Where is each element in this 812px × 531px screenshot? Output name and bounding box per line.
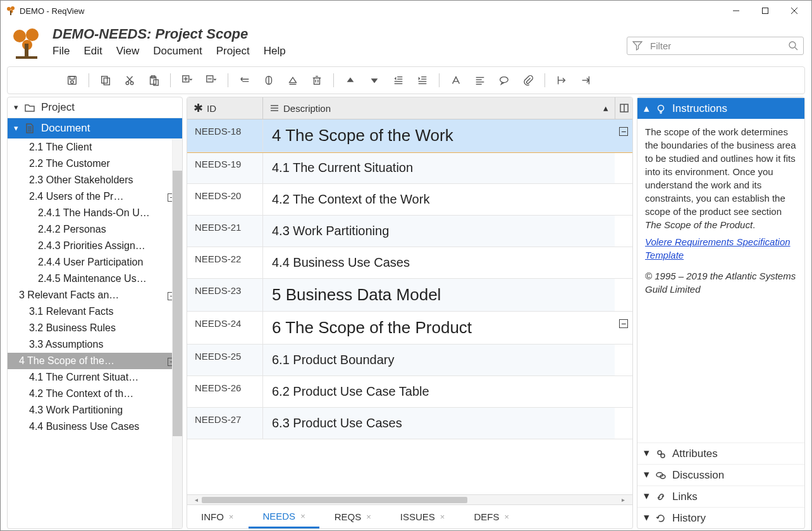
grid-row[interactable]: NEEDS-266.2 Product Use Case Table	[187, 376, 632, 408]
demote-button[interactable]	[257, 71, 280, 90]
column-description[interactable]: Description ▴	[263, 97, 615, 119]
grid-header: ✱ ID Description ▴	[187, 97, 632, 119]
tree-item[interactable]: 4 The Scope of the…−	[8, 353, 182, 369]
grid-row[interactable]: NEEDS-184 The Scope of the Work−	[187, 119, 632, 152]
tab-issues[interactable]: ISSUES×	[386, 505, 459, 528]
instructions-header[interactable]: ▴ Instructions	[637, 97, 804, 119]
cut-button[interactable]	[118, 71, 141, 90]
add-dropdown-button[interactable]	[176, 71, 199, 90]
collapse-box-icon[interactable]: −	[619, 127, 628, 136]
collapse-box-icon[interactable]: −	[619, 319, 628, 328]
tree-item[interactable]: 2.4.2 Personas	[8, 221, 182, 238]
tree-item[interactable]: 2.1 The Client	[8, 139, 182, 156]
link-out-button[interactable]	[550, 71, 573, 90]
paste-button[interactable]	[142, 71, 165, 90]
tab-info[interactable]: INFO×	[187, 505, 247, 528]
description-cell: 4.1 The Current Situation	[263, 152, 615, 183]
menu-file[interactable]: File	[52, 45, 70, 58]
maximize-button[interactable]	[751, 1, 780, 21]
outdent-button[interactable]	[387, 71, 410, 90]
grid-row[interactable]: NEEDS-246 The Scope of the Product−	[187, 312, 632, 345]
tree-item[interactable]: 3 Relevant Facts an…−	[8, 287, 182, 303]
close-icon[interactable]: ×	[440, 512, 445, 522]
link-in-button[interactable]	[574, 71, 597, 90]
sort-up-icon[interactable]: ▴	[603, 102, 608, 114]
description-cell: 4.3 Work Partitioning	[263, 216, 615, 247]
close-button[interactable]	[780, 1, 809, 21]
tree-item[interactable]: 2.2 The Customer	[8, 156, 182, 172]
close-icon[interactable]: ×	[229, 512, 234, 522]
grid-row[interactable]: NEEDS-224.4 Business Use Cases	[187, 247, 632, 279]
menu-help[interactable]: Help	[264, 45, 286, 58]
menu-edit[interactable]: Edit	[83, 45, 102, 58]
menu-document[interactable]: Document	[153, 45, 202, 58]
svg-point-8	[13, 30, 26, 42]
tree-item[interactable]: 4.3 Work Partitioning	[8, 402, 182, 418]
expand-cell	[615, 345, 632, 375]
tree-item[interactable]: 4.4 Business Use Cases	[8, 418, 182, 435]
tab-reqs[interactable]: REQS×	[321, 505, 385, 528]
tree-item[interactable]: 4.2 The Context of th…	[8, 386, 182, 402]
tree-item[interactable]: 3.2 Business Rules	[8, 320, 182, 336]
grid-row[interactable]: NEEDS-214.3 Work Partitioning	[187, 216, 632, 247]
expand-cell	[615, 216, 632, 247]
copyright-text: © 1995 – 2019 the Atlantic Systems Guild…	[645, 269, 797, 296]
discussion-header[interactable]: ▾ Discussion	[637, 464, 804, 485]
attachment-button[interactable]	[517, 71, 539, 90]
tab-needs[interactable]: NEEDS×	[249, 505, 319, 528]
grid-row[interactable]: NEEDS-256.1 Product Boundary	[187, 345, 632, 376]
grid-body[interactable]: NEEDS-184 The Scope of the Work−NEEDS-19…	[187, 119, 632, 494]
indent-button[interactable]	[411, 71, 434, 90]
align-button[interactable]	[469, 71, 491, 90]
links-header[interactable]: ▾ Links	[637, 485, 804, 507]
comment-button[interactable]	[493, 71, 515, 90]
minimize-button[interactable]	[722, 1, 751, 21]
attributes-header[interactable]: ▾ Attributes	[637, 442, 804, 464]
grid-row[interactable]: NEEDS-194.1 The Current Situation	[187, 152, 632, 184]
tree-item[interactable]: 3.1 Relevant Facts	[8, 303, 182, 320]
window-title: DEMO - ReqView	[20, 6, 84, 16]
menu-project[interactable]: Project	[216, 45, 250, 58]
move-down-button[interactable]	[363, 71, 386, 90]
close-icon[interactable]: ×	[366, 512, 371, 522]
grid-horizontal-scrollbar[interactable]: ◂ ▸	[187, 494, 632, 504]
filter-box[interactable]	[627, 37, 804, 55]
tree-scrollbar[interactable]	[172, 139, 182, 528]
save-button[interactable]	[61, 71, 83, 90]
grid-row[interactable]: NEEDS-235 Business Data Model	[187, 279, 632, 312]
asterisk-icon: ✱	[194, 101, 203, 115]
tree-item[interactable]: 2.4.5 Maintenance Us…	[8, 271, 182, 287]
remove-dropdown-button[interactable]	[200, 71, 223, 90]
tree-item[interactable]: 2.4.1 The Hands-On U…	[8, 205, 182, 221]
project-label: Project	[41, 101, 75, 114]
tab-defs[interactable]: DEFS×	[460, 505, 523, 528]
promote-button[interactable]	[233, 71, 256, 90]
tree-item[interactable]: 3.3 Assumptions	[8, 336, 182, 353]
delete-button[interactable]	[305, 71, 328, 90]
level-up-button[interactable]	[281, 71, 304, 90]
tree-item[interactable]: 4.1 The Current Situat…	[8, 369, 182, 386]
move-up-button[interactable]	[339, 71, 362, 90]
history-header[interactable]: ▾ History	[637, 507, 804, 528]
filter-input[interactable]	[649, 40, 782, 52]
document-panel-header[interactable]: ▾ Document	[8, 118, 182, 139]
funnel-icon	[632, 40, 643, 51]
column-id[interactable]: ✱ ID	[187, 97, 263, 119]
close-icon[interactable]: ×	[300, 511, 305, 521]
outline-tree[interactable]: 2.1 The Client2.2 The Customer2.3 Other …	[8, 139, 182, 528]
close-icon[interactable]: ×	[504, 512, 509, 522]
tree-item[interactable]: 2.3 Other Stakeholders	[8, 172, 182, 188]
project-panel-header[interactable]: ▾ Project	[8, 97, 182, 118]
column-toggle[interactable]	[615, 97, 632, 119]
description-cell: 6.1 Product Boundary	[263, 345, 615, 375]
copy-button[interactable]	[94, 71, 117, 90]
grid-row[interactable]: NEEDS-204.2 The Context of the Work	[187, 184, 632, 216]
tree-item[interactable]: 2.4.4 User Participation	[8, 254, 182, 271]
svg-point-0	[7, 7, 11, 11]
tree-item[interactable]: 2.4.3 Priorities Assign…	[8, 238, 182, 254]
tree-item[interactable]: 2.4 Users of the Pr…−	[8, 188, 182, 205]
menu-view[interactable]: View	[116, 45, 140, 58]
font-button[interactable]	[445, 71, 467, 90]
volere-link[interactable]: Volere Requirements Specification Templa…	[645, 235, 797, 262]
grid-row[interactable]: NEEDS-276.3 Product Use Cases	[187, 408, 632, 439]
